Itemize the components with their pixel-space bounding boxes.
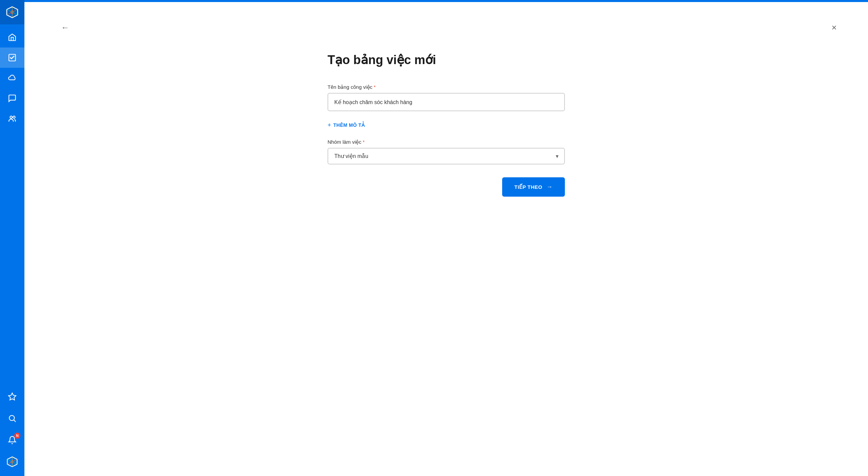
check-square-icon xyxy=(8,53,17,62)
form-container: Tạo bảng việc mới Tên bảng công việc * +… xyxy=(328,53,565,197)
workspace-group: Nhóm làm việc * Thư viện mẫu ▼ xyxy=(328,139,565,164)
add-description-label: THÊM MÔ TẢ xyxy=(333,122,365,128)
workspace-required: * xyxy=(363,139,364,145)
sidebar-item-search[interactable] xyxy=(0,408,24,429)
search-icon xyxy=(8,414,17,423)
app-logo-icon xyxy=(5,5,19,19)
sidebar-bottom-logo[interactable] xyxy=(0,452,24,472)
workspace-label: Nhóm làm việc * xyxy=(328,139,565,145)
svg-point-7 xyxy=(9,415,14,420)
page-area: ← × Tạo bảng việc mới Tên bảng công việc… xyxy=(24,2,868,476)
next-button-label: TIẾP THEO xyxy=(514,184,542,190)
sidebar-item-team[interactable] xyxy=(0,108,24,129)
board-name-input[interactable] xyxy=(328,93,565,111)
home-icon xyxy=(8,33,17,42)
cloud-icon xyxy=(8,74,17,82)
team-icon xyxy=(8,114,17,123)
arrow-right-icon: → xyxy=(547,183,553,191)
sidebar-item-home[interactable] xyxy=(0,27,24,47)
sidebar-bottom: N xyxy=(0,386,24,476)
svg-marker-6 xyxy=(8,393,16,400)
close-button[interactable]: × xyxy=(827,21,841,34)
sidebar-nav xyxy=(0,24,24,386)
sidebar-logo[interactable] xyxy=(0,0,24,24)
svg-point-4 xyxy=(10,116,13,118)
board-name-label-text: Tên bảng công việc xyxy=(328,84,372,90)
add-description-button[interactable]: + THÊM MÔ TẢ xyxy=(328,121,365,130)
workspace-label-text: Nhóm làm việc xyxy=(328,139,361,145)
board-name-group: Tên bảng công việc * xyxy=(328,84,565,111)
board-name-required: * xyxy=(374,84,375,90)
workspace-select-wrapper: Thư viện mẫu ▼ xyxy=(328,148,565,164)
sidebar-item-chat[interactable] xyxy=(0,88,24,108)
add-description-group: + THÊM MÔ TẢ xyxy=(328,121,565,130)
sidebar-item-favorites[interactable] xyxy=(0,386,24,407)
back-button[interactable]: ← xyxy=(58,21,72,34)
notification-badge: N xyxy=(14,433,20,439)
main-content: ← × Tạo bảng việc mới Tên bảng công việc… xyxy=(24,0,868,476)
svg-point-5 xyxy=(13,116,15,118)
star-icon xyxy=(8,392,17,401)
workspace-select[interactable]: Thư viện mẫu xyxy=(328,148,565,164)
chat-icon xyxy=(8,94,17,103)
sidebar-item-cloud[interactable] xyxy=(0,68,24,88)
next-button[interactable]: TIẾP THEO → xyxy=(502,177,565,197)
sidebar-item-tasks[interactable] xyxy=(0,47,24,68)
sidebar: N xyxy=(0,0,24,476)
sidebar-item-notifications[interactable]: N xyxy=(0,430,24,450)
plus-icon: + xyxy=(328,122,331,128)
page-title: Tạo bảng việc mới xyxy=(328,53,565,67)
bottom-logo-icon xyxy=(6,456,18,468)
board-name-label: Tên bảng công việc * xyxy=(328,84,565,90)
